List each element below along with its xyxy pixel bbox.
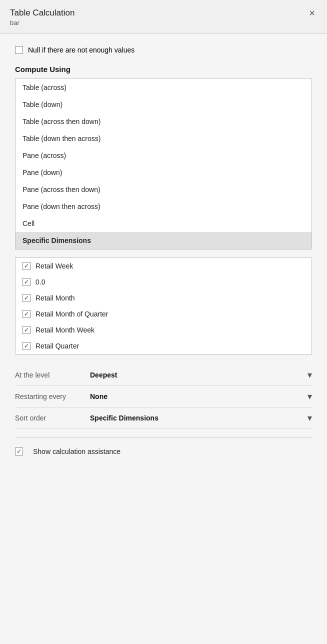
dim-item-retail-month[interactable]: Retail Month [16,290,312,306]
dim-label-retail-month-week: Retail Month Week [36,326,94,334]
dim-checkbox-retail-month-of-quarter[interactable] [22,310,30,318]
dim-checkbox-value-0[interactable] [22,278,30,286]
list-item-table-across-then-down[interactable]: Table (across then down) [16,113,312,130]
dim-label-value-0: 0.0 [36,278,45,286]
dim-checkbox-retail-week[interactable] [22,262,30,270]
list-item-pane-down[interactable]: Pane (down) [16,164,312,181]
at-the-level-value: Deepest [90,371,304,379]
list-item-pane-across-then-down[interactable]: Pane (across then down) [16,181,312,198]
restarting-every-label: Restarting every [15,392,90,400]
sort-order-dropdown[interactable]: Specific Dimensions ▾ [90,412,312,424]
restarting-every-dropdown[interactable]: None ▾ [90,391,312,402]
list-item-pane-down-then-across[interactable]: Pane (down then across) [16,198,312,215]
compute-using-list: Table (across) Table (down) Table (acros… [15,78,312,250]
modal-container: Table Calculation bar × Null if there ar… [0,0,327,644]
show-calc-row: Show calculation assistance [15,448,312,456]
list-item-table-down-then-across[interactable]: Table (down then across) [16,130,312,147]
dim-label-retail-quarter: Retail Quarter [36,342,79,350]
null-check-checkbox[interactable] [15,46,23,54]
restarting-every-value: None [90,392,304,400]
null-check-row: Null if there are not enough values [15,46,312,54]
dim-label-retail-month-of-quarter: Retail Month of Quarter [36,310,108,318]
modal-subtitle: bar [10,19,74,26]
close-button[interactable]: × [307,8,317,18]
at-the-level-arrow-icon: ▾ [308,370,312,380]
list-item-cell[interactable]: Cell [16,215,312,232]
sort-order-value: Specific Dimensions [90,414,304,422]
dim-label-retail-month: Retail Month [36,294,75,302]
show-calc-label: Show calculation assistance [33,448,120,456]
compute-using-label: Compute Using [15,65,312,74]
sort-order-row: Sort order Specific Dimensions ▾ [15,408,312,429]
modal-header: Table Calculation bar × [0,0,327,34]
dimensions-list: Retail Week 0.0 Retail Month Retail Mont… [15,258,312,354]
dim-item-retail-month-of-quarter[interactable]: Retail Month of Quarter [16,306,312,322]
dim-item-retail-week[interactable]: Retail Week [16,258,312,274]
at-the-level-dropdown[interactable]: Deepest ▾ [90,370,312,380]
dim-item-retail-month-week[interactable]: Retail Month Week [16,322,312,338]
dim-checkbox-retail-quarter[interactable] [22,342,30,350]
show-calc-checkbox[interactable] [15,448,23,456]
dim-checkbox-retail-month[interactable] [22,294,30,302]
divider [15,437,312,438]
dim-label-retail-week: Retail Week [36,262,73,270]
header-text: Table Calculation bar [10,8,74,26]
modal-title: Table Calculation [10,8,74,18]
list-item-specific-dimensions[interactable]: Specific Dimensions [16,232,312,249]
dim-item-value-0[interactable]: 0.0 [16,274,312,290]
sort-order-arrow-icon: ▾ [308,412,312,424]
at-the-level-row: At the level Deepest ▾ [15,364,312,386]
list-item-pane-across[interactable]: Pane (across) [16,147,312,164]
restarting-every-row: Restarting every None ▾ [15,386,312,408]
list-item-table-across[interactable]: Table (across) [16,79,312,96]
dim-item-retail-quarter[interactable]: Retail Quarter [16,338,312,354]
list-item-table-down[interactable]: Table (down) [16,96,312,113]
restarting-every-arrow-icon: ▾ [308,391,312,402]
at-the-level-label: At the level [15,371,90,379]
dim-checkbox-retail-month-week[interactable] [22,326,30,334]
modal-body: Null if there are not enough values Comp… [0,34,327,468]
sort-order-label: Sort order [15,414,90,422]
null-check-label: Null if there are not enough values [28,46,134,54]
